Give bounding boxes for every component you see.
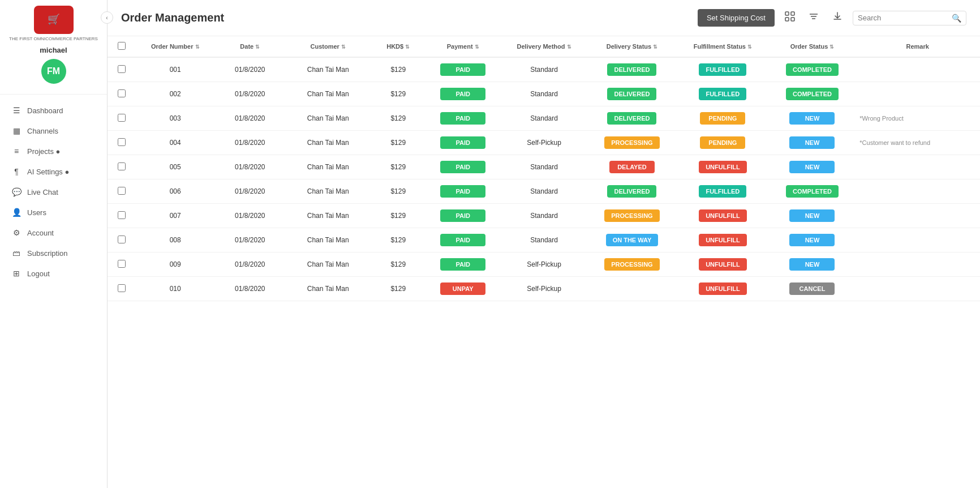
row-order-number-6: 007 [136, 204, 215, 228]
row-hkd-2: $129 [371, 106, 426, 131]
row-remark-9 [855, 277, 980, 301]
sort-hkd[interactable]: ⇅ [405, 44, 410, 50]
row-fulfillment-status-5: FULFILLED [676, 179, 770, 204]
fulfillment-badge-6: UNFULFILL [699, 209, 746, 222]
table-row: 00901/8/2020Chan Tai Man$129 PAID Self-P… [108, 252, 980, 277]
row-remark-7 [855, 228, 980, 252]
row-customer-4: Chan Tai Man [285, 155, 371, 179]
sort-date[interactable]: ⇅ [255, 44, 260, 50]
filter-icon-button[interactable] [805, 9, 822, 27]
grid-view-icon-button[interactable] [781, 9, 798, 27]
sidebar-item-channels[interactable]: ▦ Channels [0, 121, 107, 141]
row-fulfillment-status-2: PENDING [676, 106, 770, 131]
th-customer[interactable]: Customer ⇅ [285, 36, 371, 57]
subscription-icon: 🗃 [11, 249, 22, 258]
row-checkbox-0[interactable] [118, 65, 126, 73]
th-delivery-status[interactable]: Delivery Status ⇅ [588, 36, 676, 57]
search-input[interactable] [858, 14, 948, 22]
row-delivery-status-4: DELAYED [588, 155, 676, 179]
payment-badge-6: PAID [440, 209, 485, 222]
row-checkbox-5[interactable] [118, 187, 126, 195]
row-order-status-4: NEW [770, 155, 856, 179]
sort-delivery-status[interactable]: ⇅ [653, 44, 657, 50]
row-fulfillment-status-7: UNFULFILL [676, 228, 770, 252]
sidebar-item-live-chat[interactable]: 💬 Live Chat [0, 182, 107, 202]
row-check-cell-0 [108, 57, 136, 82]
order-status-badge-3: NEW [789, 136, 835, 149]
sidebar-collapse-button[interactable]: ‹ [101, 11, 113, 24]
row-order-number-0: 001 [136, 57, 215, 82]
sidebar-item-subscription[interactable]: 🗃 Subscription [0, 243, 107, 263]
th-remark: Remark [855, 36, 980, 57]
th-check [108, 36, 136, 57]
sidebar-item-label-logout: Logout [27, 269, 50, 278]
row-check-cell-2 [108, 106, 136, 131]
row-delivery-status-2: DELIVERED [588, 106, 676, 131]
row-checkbox-8[interactable] [118, 260, 126, 268]
row-checkbox-6[interactable] [118, 211, 126, 219]
row-payment-8: PAID [425, 252, 500, 277]
row-order-number-9: 010 [136, 277, 215, 301]
row-delivery-status-3: PROCESSING [588, 131, 676, 155]
row-remark-3: *Customer want to refund [855, 131, 980, 155]
row-hkd-6: $129 [371, 204, 426, 228]
row-hkd-8: $129 [371, 252, 426, 277]
row-customer-9: Chan Tai Man [285, 277, 371, 301]
th-fulfillment-status[interactable]: Fulfillment Status ⇅ [676, 36, 770, 57]
row-delivery-status-7: ON THE WAY [588, 228, 676, 252]
fulfillment-badge-4: UNFULFILL [699, 161, 746, 173]
payment-badge-7: PAID [440, 234, 485, 246]
th-payment[interactable]: Payment ⇅ [425, 36, 500, 57]
live-chat-icon: 💬 [11, 187, 22, 196]
row-order-status-1: COMPLETED [770, 82, 856, 106]
sidebar-item-account[interactable]: ⚙ Account [0, 222, 107, 243]
sidebar-item-logout[interactable]: ⊞ Logout [0, 263, 107, 284]
row-remark-4 [855, 155, 980, 179]
row-checkbox-9[interactable] [118, 284, 126, 292]
row-delivery-status-9 [588, 277, 676, 301]
export-icon-button[interactable] [829, 9, 846, 27]
row-checkbox-1[interactable] [118, 89, 126, 97]
row-date-4: 01/8/2020 [215, 155, 285, 179]
sidebar-item-ai-settings[interactable]: ¶ AI Settings ● [0, 161, 107, 182]
row-hkd-7: $129 [371, 228, 426, 252]
row-delivery-method-0: Standard [500, 57, 587, 82]
sort-delivery-method[interactable]: ⇅ [567, 44, 571, 50]
sidebar-nav: ☰ Dashboard ▦ Channels ≡ Projects ● ¶ AI… [0, 95, 107, 289]
main-content: Order Management Set Shipping Cost [108, 0, 980, 488]
sort-order-status[interactable]: ⇅ [829, 44, 834, 50]
sort-order-number[interactable]: ⇅ [195, 44, 200, 50]
sort-fulfillment-status[interactable]: ⇅ [747, 44, 752, 50]
row-checkbox-7[interactable] [118, 236, 126, 243]
row-order-number-3: 004 [136, 131, 215, 155]
row-fulfillment-status-9: UNFULFILL [676, 277, 770, 301]
svg-rect-0 [785, 12, 789, 15]
th-date[interactable]: Date ⇅ [215, 36, 285, 57]
row-order-status-0: COMPLETED [770, 57, 856, 82]
sidebar-item-users[interactable]: 👤 Users [0, 202, 107, 222]
row-checkbox-3[interactable] [118, 138, 126, 146]
sort-payment[interactable]: ⇅ [475, 44, 479, 50]
th-order-number[interactable]: Order Number ⇅ [136, 36, 215, 57]
fulfillment-badge-1: FULFILLED [699, 88, 746, 100]
select-all-checkbox[interactable] [118, 42, 126, 50]
row-delivery-status-1: DELIVERED [588, 82, 676, 106]
order-status-badge-8: NEW [789, 258, 835, 271]
sidebar-item-dashboard[interactable]: ☰ Dashboard [0, 100, 107, 121]
th-delivery-method[interactable]: Delivery Method ⇅ [500, 36, 587, 57]
th-order-status[interactable]: Order Status ⇅ [770, 36, 856, 57]
delivery-status-badge-1: DELIVERED [607, 88, 656, 100]
order-status-badge-6: NEW [789, 209, 835, 222]
row-order-number-2: 003 [136, 106, 215, 131]
set-shipping-cost-button[interactable]: Set Shipping Cost [698, 9, 775, 27]
sidebar-item-projects[interactable]: ≡ Projects ● [0, 141, 107, 161]
row-delivery-status-0: DELIVERED [588, 57, 676, 82]
sort-customer[interactable]: ⇅ [341, 44, 346, 50]
th-hkd[interactable]: HKD$ ⇅ [371, 36, 426, 57]
row-hkd-3: $129 [371, 131, 426, 155]
row-checkbox-2[interactable] [118, 114, 126, 122]
row-payment-0: PAID [425, 57, 500, 82]
row-date-9: 01/8/2020 [215, 277, 285, 301]
row-check-cell-8 [108, 252, 136, 277]
row-checkbox-4[interactable] [118, 162, 126, 170]
